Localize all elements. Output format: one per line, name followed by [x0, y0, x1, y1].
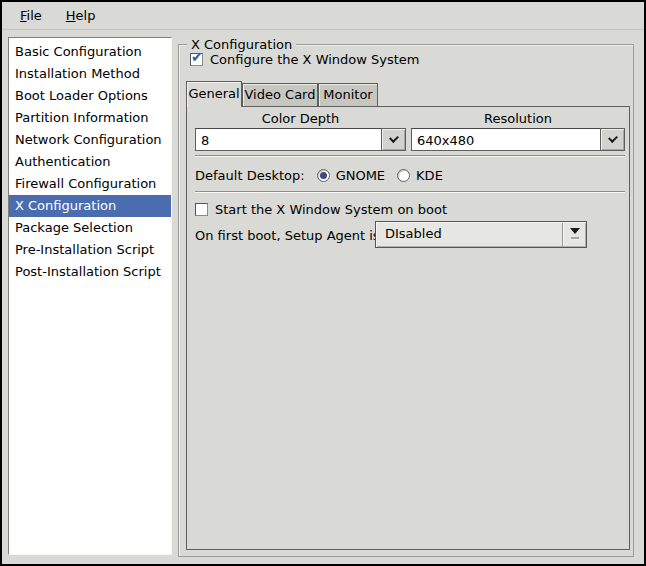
- chevron-down-icon: [608, 133, 618, 143]
- default-desktop-row: Default Desktop: GNOME KDE: [195, 164, 443, 186]
- separator: [195, 191, 625, 193]
- configure-x-checkbox-box: ✔: [190, 53, 203, 66]
- color-depth-dropdown-button[interactable]: [381, 128, 406, 151]
- resolution-dropdown-button[interactable]: [600, 128, 625, 151]
- radio-gnome-label: GNOME: [336, 168, 385, 183]
- radio-kde-label: KDE: [416, 168, 443, 183]
- color-depth-input[interactable]: [195, 128, 382, 151]
- setup-agent-dropdown[interactable]: DIsabled: [375, 221, 587, 248]
- sidebar-item-partition-information[interactable]: Partition Information: [9, 107, 171, 129]
- color-depth-label: Color Depth: [195, 111, 406, 127]
- menu-file[interactable]: File: [8, 5, 54, 27]
- general-tab-page: Color Depth Resolution Default Desktop: …: [186, 106, 630, 550]
- resolution-input[interactable]: [411, 128, 601, 151]
- menubar: File Help: [2, 2, 644, 30]
- chevron-down-icon: [389, 133, 399, 143]
- sidebar-item-network-configuration[interactable]: Network Configuration: [9, 129, 171, 151]
- start-x-checkbox-box: ✔: [195, 203, 208, 216]
- radio-dot: [320, 172, 327, 179]
- tab-video-card[interactable]: Video Card: [242, 83, 318, 106]
- start-x-checkbox-label: Start the X Window System on boot: [215, 202, 447, 217]
- sidebar-item-x-configuration[interactable]: X Configuration: [9, 195, 171, 217]
- sidebar-item-installation-method[interactable]: Installation Method: [9, 63, 171, 85]
- sidebar-item-pre-installation-script[interactable]: Pre-Installation Script: [9, 239, 171, 261]
- sidebar-item-post-installation-script[interactable]: Post-Installation Script: [9, 261, 171, 283]
- radio-gnome[interactable]: GNOME: [317, 168, 385, 183]
- dropdown-indicator: [562, 223, 586, 246]
- menu-file-label: File: [20, 8, 42, 23]
- radio-kde[interactable]: KDE: [397, 168, 443, 183]
- sidebar-item-authentication[interactable]: Authentication: [9, 151, 171, 173]
- setup-agent-label: On first boot, Setup Agent is:: [195, 228, 384, 243]
- section-list: Basic Configuration Installation Method …: [8, 37, 172, 555]
- menu-help[interactable]: Help: [54, 5, 108, 27]
- default-desktop-label: Default Desktop:: [195, 168, 305, 183]
- sidebar-item-firewall-configuration[interactable]: Firewall Configuration: [9, 173, 171, 195]
- resolution-label: Resolution: [411, 111, 625, 127]
- start-x-on-boot-checkbox[interactable]: ✔ Start the X Window System on boot: [195, 201, 447, 218]
- radio-kde-circle: [397, 169, 410, 182]
- tab-monitor[interactable]: Monitor: [318, 83, 378, 106]
- radio-gnome-circle: [317, 169, 330, 182]
- sidebar-item-package-selection[interactable]: Package Selection: [9, 217, 171, 239]
- dash-icon: [571, 237, 579, 239]
- configure-x-checkbox[interactable]: ✔ Configure the X Window System: [190, 51, 420, 68]
- sidebar-item-basic-configuration[interactable]: Basic Configuration: [9, 41, 171, 63]
- arrow-down-icon: [570, 228, 580, 234]
- separator: [195, 155, 625, 157]
- check-icon: ✔: [191, 50, 203, 64]
- menu-help-label: Help: [66, 8, 96, 23]
- configure-x-checkbox-label: Configure the X Window System: [210, 52, 420, 67]
- kickstart-configurator-window: File Help Basic Configuration Installati…: [0, 0, 646, 566]
- setup-agent-label-row: On first boot, Setup Agent is:: [195, 222, 384, 248]
- tab-general[interactable]: General: [186, 81, 242, 107]
- setup-agent-value: DIsabled: [385, 226, 442, 241]
- sidebar-item-boot-loader-options[interactable]: Boot Loader Options: [9, 85, 171, 107]
